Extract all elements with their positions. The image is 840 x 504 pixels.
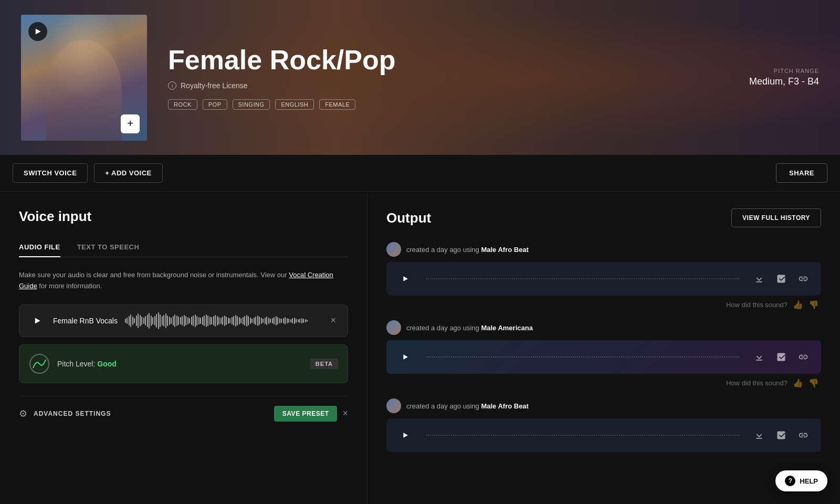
waveform-bar [167, 316, 168, 326]
audio-play-button[interactable] [29, 312, 46, 329]
copy-link-button-1[interactable] [796, 271, 811, 286]
thumbs-up-1[interactable]: 👍 [793, 300, 803, 310]
waveform-bar [211, 317, 212, 324]
copy-link-button-3[interactable] [796, 428, 811, 443]
thumbs-down-2[interactable]: 👎 [808, 378, 819, 388]
waveform-bar [243, 317, 244, 324]
description-end: for more information. [39, 282, 102, 290]
gear-icon: ⚙ [19, 408, 27, 419]
waveform-bar [287, 318, 288, 323]
pitch-indicator: Pitch Level: Good [29, 353, 117, 374]
waveform-bar [138, 313, 139, 328]
audio-filename: Female RnB Vocals [53, 317, 118, 325]
help-button[interactable]: ? HELP [775, 470, 827, 491]
tab-text-to-speech[interactable]: TEXT TO SPEECH [77, 238, 140, 257]
add-to-project-button-2[interactable] [774, 350, 789, 364]
share-button[interactable]: SHARE [776, 163, 827, 183]
output-play-3[interactable] [397, 427, 414, 444]
waveform-bar [277, 317, 278, 324]
waveform-bar [268, 318, 269, 324]
waveform-bar [255, 317, 256, 325]
waveform-bar [307, 320, 308, 322]
add-to-project-icon-3 [776, 430, 786, 440]
pitch-level-box: Pitch Level: Good BETA [19, 344, 348, 383]
waveform-bar [213, 316, 214, 326]
add-to-project-button-1[interactable] [774, 271, 789, 286]
download-button-3[interactable] [752, 428, 766, 443]
waveform-bar [158, 312, 159, 329]
waveform-bar [292, 318, 293, 323]
main-content: Voice input AUDIO FILE TEXT TO SPEECH Ma… [0, 192, 840, 504]
download-icon-1 [754, 274, 764, 284]
add-to-project-icon-2 [776, 352, 786, 362]
copy-link-button-2[interactable] [796, 350, 811, 364]
output-time-1: created a day ago using Male Afro Beat [406, 246, 529, 254]
waveform-bar [198, 317, 200, 324]
waveform-bar [239, 317, 240, 324]
hero-info: Female Rock/Pop i Royalty-free License R… [168, 45, 728, 110]
pitch-range-value: Medium, F3 - B4 [749, 76, 819, 87]
download-button-2[interactable] [752, 350, 766, 364]
output-item-3: created a day ago using Male Afro Beat [386, 398, 821, 452]
waveform-bar [140, 315, 141, 327]
waveform-bar [182, 316, 183, 326]
waveform-bar [129, 316, 130, 326]
waveform-bar [180, 317, 181, 324]
help-label: HELP [800, 477, 818, 485]
output-play-2[interactable] [397, 349, 414, 365]
output-play-1[interactable] [397, 270, 414, 287]
voice-description: Make sure your audio is clear and free f… [19, 270, 348, 292]
hero-play-button[interactable] [28, 22, 47, 41]
hero-add-button[interactable]: + [121, 114, 140, 133]
waveform-bar [270, 319, 271, 323]
view-history-button[interactable]: VIEW FULL HISTORY [731, 208, 821, 227]
waveform-bar [259, 317, 260, 325]
output-player-2 [386, 340, 821, 374]
voice-title: Female Rock/Pop [168, 45, 728, 75]
output-voice-3: Male Afro Beat [481, 402, 529, 410]
output-play-icon-3 [402, 432, 408, 438]
save-preset-button[interactable]: SAVE PRESET [274, 406, 338, 422]
waveform-bar [174, 314, 175, 327]
help-circle-icon: ? [785, 476, 795, 486]
waveform-bar [143, 318, 144, 324]
close-advanced-button[interactable]: × [342, 408, 348, 419]
pitch-svg-icon [29, 353, 50, 374]
switch-voice-button[interactable]: SWITCH VOICE [13, 163, 88, 183]
tag-pop: POP [203, 99, 227, 110]
thumbs-down-1[interactable]: 👎 [808, 300, 819, 310]
waveform-bar [169, 317, 170, 325]
waveform-bar [262, 319, 264, 323]
waveform-bar [152, 317, 153, 324]
waveform-bar [232, 317, 233, 324]
tab-audio-file[interactable]: AUDIO FILE [19, 238, 60, 257]
add-to-project-button-3[interactable] [774, 428, 789, 443]
play-icon [34, 28, 41, 35]
thumbs-up-2[interactable]: 👍 [793, 378, 803, 388]
waveform-bar [156, 314, 157, 328]
avatar-3 [386, 398, 401, 413]
waveform-bar [206, 314, 207, 327]
tag-singing: SINGING [233, 99, 270, 110]
waveform-bar [298, 319, 299, 322]
waveform-bar [165, 313, 166, 328]
download-button-1[interactable] [752, 271, 766, 286]
waveform-bar [185, 316, 186, 326]
license-row: i Royalty-free License [168, 81, 728, 90]
waveform-bar [283, 318, 284, 323]
license-text: Royalty-free License [181, 81, 248, 90]
waveform-bar [285, 317, 286, 324]
waveform-bar [217, 316, 218, 326]
link-icon-1 [798, 274, 808, 284]
audio-close-button[interactable]: × [328, 313, 338, 328]
waveform-bar [266, 317, 267, 325]
output-play-icon-1 [402, 276, 408, 282]
add-to-project-icon-1 [776, 274, 786, 284]
waveform-bar [215, 315, 216, 327]
waveform-bar [132, 317, 133, 325]
waveform-bar [281, 319, 282, 323]
waveform-bar [235, 315, 236, 327]
add-voice-button[interactable]: + ADD VOICE [94, 163, 162, 183]
waveform-bar [151, 316, 152, 326]
waveform-bar [127, 318, 128, 324]
